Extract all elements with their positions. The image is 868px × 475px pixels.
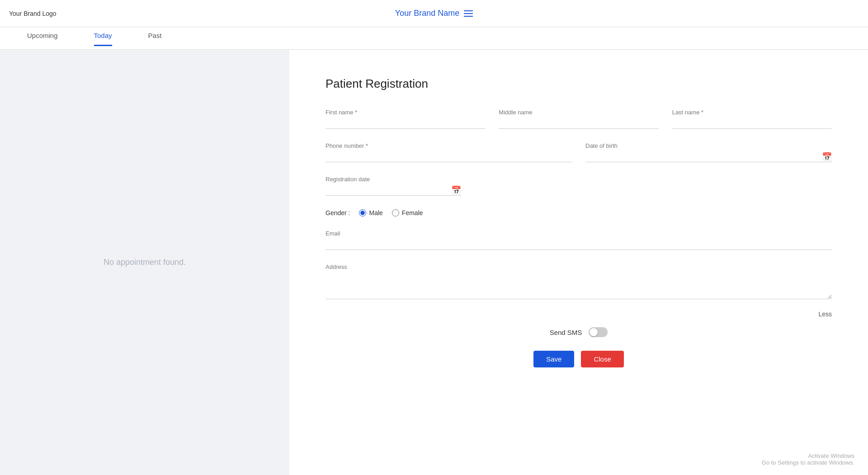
activate-windows-notice: Activate Windows Go to Settings to activ… [762, 452, 854, 466]
reg-date-calendar-icon[interactable]: 📅 [451, 185, 461, 195]
brand-name-text: Your Brand Name [395, 9, 459, 18]
save-button[interactable]: Save [533, 351, 574, 367]
send-sms-row: Send SMS [326, 327, 832, 337]
left-panel: No appointment found. [0, 50, 289, 475]
phone-dob-row: Phone number * Date of birth 📅 [326, 142, 832, 162]
header: Your Brand Logo Your Brand Name [0, 0, 868, 27]
reg-date-label: Registration date [326, 176, 461, 183]
close-button[interactable]: Close [581, 351, 623, 367]
email-label: Email [326, 230, 832, 237]
email-row: Email [326, 230, 832, 250]
header-brand: Your Brand Name [395, 9, 473, 18]
tab-today[interactable]: Today [94, 32, 112, 46]
reg-date-input[interactable] [326, 184, 461, 196]
email-field: Email [326, 230, 832, 250]
reg-date-row: Registration date 📅 [326, 176, 832, 196]
less-row: Less [326, 310, 832, 318]
first-name-label: First name * [326, 109, 485, 116]
gender-male-radio[interactable] [359, 209, 366, 216]
gender-row: Gender : Male Female [326, 209, 832, 216]
address-label: Address [326, 263, 832, 270]
gender-male-label: Male [369, 209, 382, 216]
address-row: Address [326, 263, 832, 301]
dob-input-wrapper: 📅 [585, 151, 832, 162]
dob-label: Date of birth [585, 142, 832, 149]
brand-logo: Your Brand Logo [9, 10, 57, 17]
reg-date-input-wrapper: 📅 [326, 184, 461, 196]
gender-female-label: Female [402, 209, 423, 216]
middle-name-label: Middle name [499, 109, 658, 116]
gender-radio-group: Male Female [359, 209, 423, 216]
phone-field: Phone number * [326, 142, 572, 162]
gender-male-option[interactable]: Male [359, 209, 382, 216]
email-input[interactable] [326, 239, 832, 250]
last-name-label: Last name * [672, 109, 832, 116]
middle-name-input[interactable] [499, 118, 658, 129]
address-input[interactable] [326, 272, 832, 299]
activate-windows-line1: Activate Windows [762, 452, 854, 459]
middle-name-field: Middle name [499, 109, 658, 129]
gender-label: Gender : [326, 209, 350, 216]
right-panel: Patient Registration First name * Middle… [289, 50, 868, 475]
dob-field: Date of birth 📅 [585, 142, 832, 162]
no-appointment-text: No appointment found. [104, 258, 186, 267]
reg-date-field: Registration date 📅 [326, 176, 461, 196]
last-name-input[interactable] [672, 118, 832, 129]
send-sms-toggle[interactable] [589, 327, 608, 337]
name-row: First name * Middle name Last name * [326, 109, 832, 129]
toggle-knob [590, 328, 598, 336]
hamburger-menu-icon[interactable] [464, 10, 473, 17]
activate-windows-line2: Go to Settings to activate Windows. [762, 459, 854, 466]
first-name-input[interactable] [326, 118, 485, 129]
tab-past[interactable]: Past [148, 32, 162, 46]
dob-input[interactable] [585, 151, 832, 162]
send-sms-label: Send SMS [550, 329, 582, 336]
gender-female-radio[interactable] [392, 209, 399, 216]
gender-female-option[interactable]: Female [392, 209, 423, 216]
dob-calendar-icon[interactable]: 📅 [822, 152, 832, 162]
tabs-bar: Upcoming Today Past [0, 27, 868, 50]
main-content: No appointment found. Patient Registrati… [0, 50, 868, 475]
phone-label: Phone number * [326, 142, 572, 149]
less-link[interactable]: Less [818, 310, 832, 318]
form-buttons: Save Close [326, 351, 832, 367]
last-name-field: Last name * [672, 109, 832, 129]
first-name-field: First name * [326, 109, 485, 129]
phone-input[interactable] [326, 151, 572, 162]
form-title: Patient Registration [326, 77, 832, 91]
tab-upcoming[interactable]: Upcoming [27, 32, 58, 46]
